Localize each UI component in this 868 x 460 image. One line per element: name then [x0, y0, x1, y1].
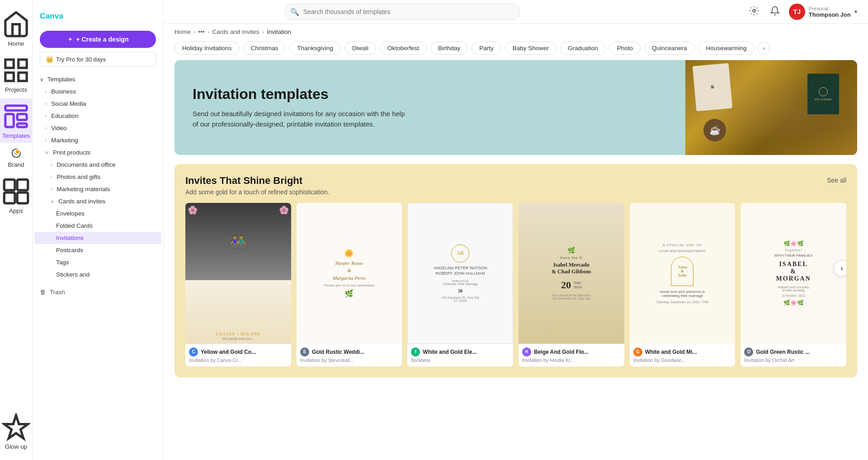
nav-item-print-products[interactable]: ∨ Print products — [34, 146, 161, 159]
main-content: 🔍 TJ Personal Thompson Jon ▾ Home › ••• — [164, 0, 868, 460]
svg-rect-5 — [5, 114, 14, 127]
nav-item-marketing-materials[interactable]: › Marketing materials — [34, 183, 161, 195]
tag-birthday[interactable]: Birthday — [430, 42, 468, 55]
nav-item-marketing-label: Marketing — [51, 137, 78, 144]
svg-rect-2 — [5, 73, 14, 81]
tag-photo[interactable]: Photo — [609, 42, 641, 55]
enchantment-label-4: LOVE AND ENCHANTMENT — [659, 249, 706, 253]
photo-bg-0: 👫 — [185, 203, 291, 280]
card-image-1: 🌼 Harper Russo&Margarita Perez Please jo… — [297, 203, 402, 344]
card-author-row-3: H Beige And Gold Flo... — [522, 347, 621, 357]
hero-coffee-cup: ☕ — [703, 119, 726, 141]
try-pro-button[interactable]: 👑 Try Pro for 30 days — [40, 52, 156, 67]
template-card-1[interactable]: 🌼 Harper Russo&Margarita Perez Please jo… — [297, 203, 402, 366]
nav-item-documents[interactable]: › Documents and office — [34, 159, 161, 171]
nav-templates-header[interactable]: ∨ Templates — [34, 73, 161, 85]
tag-housewarming[interactable]: Housewarming — [698, 42, 754, 55]
breadcrumb-more[interactable]: ••• — [198, 28, 205, 35]
hero-text-section: Invitation templates Send out beautifull… — [175, 60, 685, 155]
home-icon — [2, 10, 30, 38]
card-design-2: AR ANGELINA PETER WATSONROBERT JOHN HALL… — [407, 203, 513, 344]
card-image-3: 🌿 Save the D Isabel Mercado& Chad Gibbon… — [519, 203, 624, 344]
card-title-2: White and Gold Ele... — [423, 349, 476, 355]
user-menu[interactable]: TJ Personal Thompson Jon ▾ — [789, 4, 857, 20]
trash-item[interactable]: 🗑 Trash — [33, 285, 163, 299]
settings-button[interactable] — [747, 4, 761, 20]
nav-item-business[interactable]: › Business — [34, 85, 161, 98]
nav-item-education[interactable]: › Education — [34, 110, 161, 122]
nav-item-business-label: Business — [51, 88, 76, 95]
nav-item-marketing[interactable]: › Marketing — [34, 134, 161, 146]
nav-item-folded-cards[interactable]: Folded Cards — [34, 220, 161, 232]
template-card-0[interactable]: 👫 LILLIAN + ROLAND We joyfully invite yo… — [185, 203, 291, 366]
search-input[interactable] — [285, 4, 520, 20]
apps-icon — [2, 177, 30, 206]
nav-item-cards-invites-label: Cards and invites — [58, 198, 105, 205]
tag-holiday-invitations[interactable]: Holiday Invitations — [175, 42, 240, 55]
tag-thanksgiving[interactable]: Thanksgiving — [289, 42, 341, 55]
template-card-5[interactable]: 🌿🌸🌿 Together WITH THEIR FAMILIES ISABEL&… — [741, 203, 846, 366]
notification-button[interactable] — [768, 4, 782, 20]
sidebar-item-templates[interactable]: Templates — [0, 99, 32, 143]
top-bar: 🔍 TJ Personal Thompson Jon ▾ — [164, 0, 868, 24]
invite-text-4: would love your presence incelebrating t… — [660, 290, 705, 298]
card-avatar-5: O — [744, 347, 753, 357]
tag-party[interactable]: Party — [472, 42, 501, 55]
svg-rect-6 — [17, 114, 27, 120]
sidebar-item-home[interactable]: Home — [0, 6, 32, 51]
breadcrumb-sep-1: › — [193, 28, 196, 35]
template-card-2[interactable]: AR ANGELINA PETER WATSONROBERT JOHN HALL… — [407, 203, 513, 366]
chevron-down-icon: ∨ — [51, 199, 54, 204]
card-author-row-1: S Gold Rustic Weddi... — [300, 347, 399, 357]
nav-templates-label: Templates — [47, 76, 75, 83]
breadcrumb-current: Invitation — [267, 28, 291, 35]
sidebar-item-glowup[interactable]: Glow up — [0, 409, 32, 454]
carousel-next-button[interactable]: › — [834, 260, 846, 277]
nav-item-cards-invites[interactable]: ∨ Cards and invites — [34, 195, 161, 207]
hero-subtitle: Send out beautifully designed invitation… — [193, 109, 410, 129]
tag-oktoberfest[interactable]: Oktoberfest — [380, 42, 427, 55]
tag-diwali[interactable]: Diwali — [344, 42, 376, 55]
card-avatar-2: f — [411, 347, 420, 357]
notification-icon — [770, 6, 780, 16]
card-design-5: 🌿🌸🌿 Together WITH THEIR FAMILIES ISABEL&… — [741, 203, 846, 344]
card-names-1: Harper Russo&Margarita Perez — [333, 259, 366, 282]
tag-graduation[interactable]: Graduation — [560, 42, 606, 55]
card-image-2: AR ANGELINA PETER WATSONROBERT JOHN HALL… — [407, 203, 513, 344]
card-image-4: A SPECIAL DAY OF LOVE AND ENCHANTMENT Ad… — [630, 203, 736, 344]
nav-item-stickers[interactable]: Stickers and — [34, 268, 161, 281]
card-title-4: White and Gold Mi... — [645, 349, 697, 355]
section-header: Invites That Shine Bright See all — [185, 175, 846, 187]
nav-item-tags[interactable]: Tags — [34, 256, 161, 268]
names-3: Isabel Mercado& Chad Gibbons — [552, 262, 591, 276]
template-card-3[interactable]: 🌿 Save the D Isabel Mercado& Chad Gibbon… — [519, 203, 624, 366]
nav-item-social-media[interactable]: › Social Media — [34, 98, 161, 110]
sidebar-item-projects[interactable]: Projects — [0, 52, 32, 97]
see-all-link[interactable]: See all — [827, 175, 846, 184]
chevron-down-icon: ∨ — [45, 150, 48, 155]
nav-item-postcards[interactable]: Postcards — [34, 244, 161, 256]
breadcrumb-home[interactable]: Home — [175, 28, 191, 35]
nav-item-photos-gifts[interactable]: › Photos and gifts — [34, 171, 161, 183]
section-title: Invites That Shine Bright — [185, 175, 302, 187]
sidebar-item-glowup-label: Glow up — [5, 443, 28, 450]
sidebar-item-brand[interactable]: Brand — [0, 145, 32, 172]
floral-top-1: 🌼 — [344, 249, 354, 258]
sidebar-item-apps[interactable]: Apps — [0, 174, 32, 218]
breadcrumb-sep-3: › — [262, 28, 264, 35]
tag-christmas[interactable]: Christmas — [243, 42, 286, 55]
template-card-4[interactable]: A SPECIAL DAY OF LOVE AND ENCHANTMENT Ad… — [630, 203, 736, 366]
chevron-down-icon: ∨ — [40, 76, 44, 83]
nav-item-video[interactable]: › Video — [34, 122, 161, 134]
svg-rect-7 — [17, 123, 27, 127]
tag-more-button[interactable]: › — [758, 42, 769, 55]
nav-item-envelopes[interactable]: Envelopes — [34, 207, 161, 220]
tag-quinceanera[interactable]: Quinceanera — [644, 42, 694, 55]
tag-baby-shower[interactable]: Baby Shower — [505, 42, 557, 55]
svg-rect-4 — [5, 106, 27, 111]
breadcrumb-cards[interactable]: Cards and invites — [212, 28, 259, 35]
create-design-button[interactable]: ＋ + Create a design — [40, 31, 156, 48]
nav-item-invitations[interactable]: Invitations — [34, 232, 161, 244]
svg-rect-3 — [19, 73, 27, 81]
nav-item-video-label: Video — [51, 125, 66, 131]
